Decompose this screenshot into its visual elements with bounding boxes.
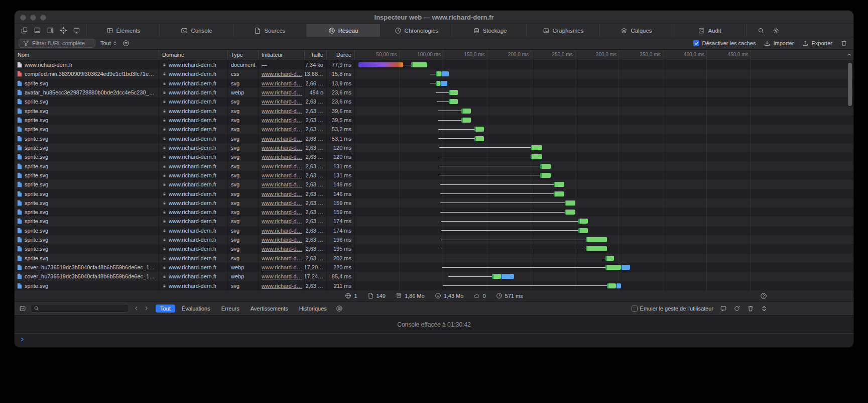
tab-reseau[interactable]: Réseau (307, 24, 380, 37)
table-row[interactable]: sprite.svgwww.richard-dern.frsvgwww.rich… (15, 97, 853, 106)
initiator-link[interactable]: www.richard-d… (262, 228, 302, 234)
initiator-link[interactable]: www.richard-d… (262, 218, 302, 224)
table-row[interactable]: compiled.min.38390909f303624ed9e1cf1bd3f… (15, 69, 853, 78)
disable-caches-option[interactable]: Désactiver les caches (693, 40, 756, 46)
column-header-type[interactable]: Type (228, 50, 259, 60)
attach-side-icon[interactable] (47, 27, 54, 34)
initiator-link[interactable]: www.richard-d… (262, 145, 302, 151)
tab-audit[interactable]: Audit (673, 24, 747, 37)
column-header-size[interactable]: Taille (305, 50, 327, 60)
attach-bottom-icon[interactable] (34, 27, 41, 34)
initiator-link[interactable]: www.richard-d… (262, 154, 302, 160)
initiator-link[interactable]: www.richard-d… (262, 191, 302, 197)
initiator-link[interactable]: www.richard-d… (262, 237, 302, 243)
zoom-button[interactable] (40, 15, 46, 21)
resource-type-select[interactable]: Tout (100, 40, 117, 46)
initiator-link[interactable]: www.richard-d… (262, 71, 302, 77)
console-scope-evaluations[interactable]: Évaluations (177, 305, 215, 313)
table-row[interactable]: avatar_hu85ecc3e298728880b0bde2dcc4e5c23… (15, 88, 853, 97)
table-row[interactable]: sprite.svgwww.richard-dern.frsvgwww.rich… (15, 208, 853, 217)
console-filter-icon[interactable] (19, 305, 26, 312)
column-header-domain[interactable]: Domaine (159, 50, 228, 60)
table-row[interactable]: sprite.svgwww.richard-dern.frsvgwww.rich… (15, 125, 853, 134)
device-settings-icon[interactable] (73, 27, 80, 34)
minimize-button[interactable] (30, 15, 36, 21)
detach-window-icon[interactable] (21, 27, 28, 34)
export-button[interactable]: Exporter (802, 40, 832, 47)
search-icon[interactable] (758, 27, 765, 34)
initiator-link[interactable]: www.richard-d… (262, 273, 302, 279)
initiator-link[interactable]: www.richard-d… (262, 246, 302, 252)
console-scope-avertissements[interactable]: Avertissements (246, 305, 293, 313)
initiator-link[interactable]: www.richard-d… (262, 283, 302, 289)
gear-icon[interactable] (773, 27, 780, 34)
history-back-icon[interactable] (134, 306, 139, 311)
table-row[interactable]: sprite.svgwww.richard-dern.frsvgwww.rich… (15, 217, 853, 226)
history-forward-icon[interactable] (144, 306, 149, 311)
initiator-link[interactable]: www.richard-d… (262, 117, 302, 123)
initiator-link[interactable]: www.richard-d… (262, 264, 302, 270)
tab-chronologies[interactable]: Chronologies (380, 24, 453, 37)
console-prompt[interactable] (15, 334, 853, 347)
initiator-link[interactable]: www.richard-d… (262, 181, 302, 187)
initiator-link[interactable]: www.richard-d… (262, 126, 302, 132)
table-row[interactable]: sprite.svgwww.richard-dern.frsvgwww.rich… (15, 171, 853, 180)
initiator-link[interactable]: www.richard-d… (262, 200, 302, 206)
initiator-link[interactable]: www.richard-d… (262, 108, 302, 114)
import-button[interactable]: Importer (764, 40, 794, 47)
emulate-user-gesture-option[interactable]: Émuler le geste de l'utilisateur (632, 306, 713, 312)
table-row[interactable]: sprite.svgwww.richard-dern.frsvgwww.rich… (15, 107, 853, 116)
table-row[interactable]: sprite.svgwww.richard-dern.frsvgwww.rich… (15, 281, 853, 290)
table-row[interactable]: sprite.svgwww.richard-dern.frsvgwww.rich… (15, 244, 853, 253)
initiator-link[interactable]: www.richard-d… (262, 98, 302, 105)
table-row[interactable]: sprite.svgwww.richard-dern.frsvgwww.rich… (15, 152, 853, 161)
table-row[interactable]: cover_hu736519dc3b5040cfa48b6b559b6de6ec… (15, 263, 853, 272)
initiator-link[interactable]: www.richard-d… (262, 163, 302, 169)
tab-stockage[interactable]: Stockage (453, 24, 527, 37)
clear-console-icon[interactable] (747, 305, 754, 312)
console-scope-erreurs[interactable]: Erreurs (217, 305, 244, 313)
vertical-scrollbar[interactable] (848, 63, 852, 106)
table-row[interactable]: sprite.svgwww.richard-dern.frsvgwww.rich… (15, 180, 853, 189)
expand-console-icon[interactable] (761, 305, 768, 312)
column-header-initiator[interactable]: Initiateur (259, 50, 305, 60)
console-options-icon[interactable] (336, 305, 343, 312)
tab-graphismes[interactable]: Graphismes (527, 24, 600, 37)
table-row[interactable]: sprite.svgwww.richard-dern.frsvgwww.rich… (15, 79, 853, 88)
close-button[interactable] (20, 15, 26, 21)
table-row[interactable]: sprite.svgwww.richard-dern.frsvgwww.rich… (15, 189, 853, 198)
table-row[interactable]: cover_hu736519dc3b5040cfa48b6b559b6de6ec… (15, 272, 853, 281)
initiator-link[interactable]: www.richard-d… (262, 80, 302, 86)
console-scope-historiques[interactable]: Historiques (295, 305, 331, 313)
table-row[interactable]: sprite.svgwww.richard-dern.frsvgwww.rich… (15, 226, 853, 235)
console-drawer-icon[interactable] (720, 305, 727, 312)
initiator-link[interactable]: www.richard-d… (262, 255, 302, 261)
table-row[interactable]: sprite.svgwww.richard-dern.frsvgwww.rich… (15, 143, 853, 152)
table-row[interactable]: sprite.svgwww.richard-dern.frsvgwww.rich… (15, 161, 853, 170)
initiator-link[interactable]: www.richard-d… (262, 89, 302, 95)
column-header-duration[interactable]: Durée (327, 50, 355, 60)
tab-console[interactable]: Console (160, 24, 233, 37)
table-row[interactable]: sprite.svgwww.richard-dern.frsvgwww.rich… (15, 134, 853, 143)
table-row[interactable]: sprite.svgwww.richard-dern.frsvgwww.rich… (15, 235, 853, 244)
console-scope-tout[interactable]: Tout (156, 305, 175, 313)
reload-icon[interactable] (733, 305, 740, 312)
initiator-link[interactable]: www.richard-d… (262, 172, 302, 178)
console-search-input[interactable] (41, 306, 126, 312)
tab-sources[interactable]: Sources (233, 24, 307, 37)
tab-elements[interactable]: Éléments (87, 24, 160, 37)
table-row[interactable]: www.richard-dern.frwww.richard-dern.frdo… (15, 60, 853, 69)
console-search-field[interactable] (31, 304, 129, 313)
scroll-up-icon[interactable] (846, 52, 852, 57)
column-header-name[interactable]: Nom (15, 50, 159, 60)
emulate-user-gesture-checkbox[interactable] (632, 306, 638, 312)
url-filter-field[interactable] (19, 39, 95, 48)
table-row[interactable]: sprite.svgwww.richard-dern.frsvgwww.rich… (15, 198, 853, 208)
disable-caches-checkbox[interactable] (693, 40, 699, 46)
initiator-link[interactable]: www.richard-d… (262, 209, 302, 215)
help-icon[interactable] (760, 292, 767, 299)
inspect-element-icon[interactable] (60, 27, 67, 34)
table-row[interactable]: sprite.svgwww.richard-dern.frsvgwww.rich… (15, 116, 853, 125)
url-filter-input[interactable] (32, 40, 91, 46)
clear-network-icon[interactable] (840, 40, 847, 47)
